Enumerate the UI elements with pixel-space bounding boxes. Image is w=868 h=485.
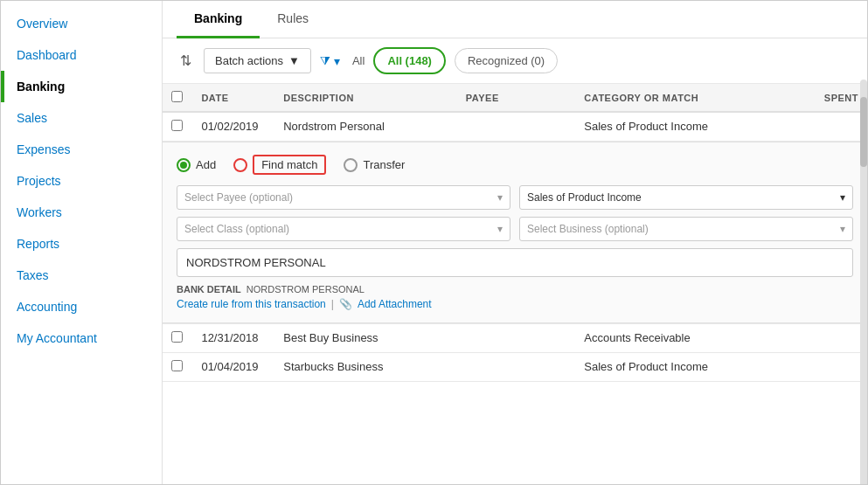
class-dropdown-icon: ▾ bbox=[497, 223, 503, 235]
filter-all-label: All bbox=[352, 54, 365, 67]
class-select[interactable]: Select Class (optional) ▾ bbox=[177, 217, 510, 241]
filter-icon: ⧩ bbox=[320, 53, 330, 68]
category-dropdown-icon: ▾ bbox=[840, 191, 845, 204]
sidebar-item-workers[interactable]: Workers bbox=[1, 197, 162, 228]
filter-button[interactable]: ⧩ ▾ bbox=[320, 53, 340, 68]
row-spent bbox=[795, 324, 867, 353]
batch-actions-button[interactable]: Batch actions ▼ bbox=[204, 48, 311, 73]
add-radio-label: Add bbox=[196, 158, 216, 171]
row-category: Sales of Product Income bbox=[575, 353, 794, 382]
sidebar-item-dashboard[interactable]: Dashboard bbox=[1, 39, 162, 71]
tab-rules[interactable]: Rules bbox=[260, 1, 326, 38]
row-spent bbox=[795, 353, 867, 382]
payee-dropdown-icon: ▾ bbox=[497, 191, 503, 204]
class-business-row: Select Class (optional) ▾ Select Busines… bbox=[177, 217, 853, 241]
business-select[interactable]: Select Business (optional) ▾ bbox=[519, 217, 853, 241]
tab-banking[interactable]: Banking bbox=[177, 1, 260, 38]
recognized-pill-button[interactable]: Recognized (0) bbox=[455, 48, 558, 73]
category-select[interactable]: Sales of Product Income ▾ bbox=[519, 185, 853, 210]
sidebar-item-my-accountant[interactable]: My Accountant bbox=[1, 322, 162, 354]
select-all-checkbox[interactable] bbox=[171, 91, 183, 102]
row-payee bbox=[457, 112, 576, 142]
find-match-radio-circle bbox=[233, 158, 247, 172]
table-row[interactable]: 01/02/2019 Nordstrom Personal Sales of P… bbox=[163, 112, 867, 142]
scrollbar[interactable] bbox=[860, 80, 867, 484]
dropdown-arrow-icon: ▼ bbox=[288, 54, 300, 67]
payee-select[interactable]: Select Payee (optional) ▾ bbox=[177, 185, 510, 210]
all-pill-button[interactable]: All (148) bbox=[373, 47, 446, 74]
row-checkbox[interactable] bbox=[171, 120, 183, 131]
sidebar: Overview Dashboard Banking Sales Expense… bbox=[1, 1, 163, 484]
bank-detail-label: BANK DETAIL NORDSTROM PERSONAL bbox=[177, 284, 853, 294]
payee-category-row: Select Payee (optional) ▾ Sales of Produ… bbox=[177, 185, 853, 210]
spent-column-header: SPENT bbox=[795, 84, 867, 112]
tab-bar: Banking Rules bbox=[163, 1, 867, 38]
sidebar-item-banking[interactable]: Banking bbox=[1, 71, 162, 102]
transactions-table: DATE DESCRIPTION PAYEE CATEGORY OR MATCH bbox=[163, 84, 867, 484]
row-category: Sales of Product Income bbox=[575, 112, 794, 142]
sidebar-item-sales[interactable]: Sales bbox=[1, 102, 162, 134]
attachment-icon: 📎 bbox=[339, 298, 352, 310]
find-match-radio-label: Find match bbox=[253, 155, 326, 175]
add-radio-circle bbox=[177, 158, 191, 172]
row-date: 01/04/2019 bbox=[192, 353, 274, 382]
table-row[interactable]: 12/31/2018 Best Buy Business Accounts Re… bbox=[163, 324, 867, 353]
transfer-radio-option[interactable]: Transfer bbox=[344, 158, 405, 172]
transfer-radio-circle bbox=[344, 158, 358, 172]
main-content: Banking Rules ⇅ Batch actions ▼ ⧩ ▾ All … bbox=[163, 1, 867, 484]
row-category: Accounts Receivable bbox=[575, 324, 794, 353]
scrollbar-thumb[interactable] bbox=[860, 97, 867, 167]
sort-button[interactable]: ⇅ bbox=[177, 49, 195, 73]
date-column-header: DATE bbox=[192, 84, 274, 112]
sidebar-item-accounting[interactable]: Accounting bbox=[1, 291, 162, 322]
payee-column-header: PAYEE bbox=[457, 84, 576, 112]
transaction-type-radio-group: Add Find match Transfer bbox=[177, 155, 853, 175]
bank-links: Create rule from this transaction | 📎 Ad… bbox=[177, 298, 853, 310]
expanded-row: Add Find match Transfer bbox=[163, 142, 867, 324]
memo-input[interactable] bbox=[177, 248, 853, 277]
transfer-radio-label: Transfer bbox=[363, 158, 405, 171]
row-checkbox[interactable] bbox=[171, 360, 183, 371]
table-row[interactable]: 01/04/2019 Starbucks Business Sales of P… bbox=[163, 353, 867, 382]
row-date: 12/31/2018 bbox=[192, 324, 274, 353]
filter-dropdown-icon: ▾ bbox=[334, 54, 340, 68]
sidebar-item-overview[interactable]: Overview bbox=[1, 8, 162, 39]
create-rule-link[interactable]: Create rule from this transaction bbox=[177, 298, 326, 310]
business-dropdown-icon: ▾ bbox=[840, 223, 845, 235]
row-description: Nordstrom Personal bbox=[274, 112, 457, 142]
category-column-header: CATEGORY OR MATCH bbox=[575, 84, 794, 112]
sidebar-item-expenses[interactable]: Expenses bbox=[1, 134, 162, 165]
row-payee bbox=[457, 324, 576, 353]
expanded-form: Add Find match Transfer bbox=[163, 142, 867, 323]
row-description: Starbucks Business bbox=[274, 353, 457, 382]
row-spent bbox=[795, 112, 867, 142]
table-header-row: DATE DESCRIPTION PAYEE CATEGORY OR MATCH bbox=[163, 84, 867, 112]
row-payee bbox=[457, 353, 576, 382]
add-radio-option[interactable]: Add bbox=[177, 158, 216, 172]
sidebar-item-reports[interactable]: Reports bbox=[1, 228, 162, 260]
description-column-header: DESCRIPTION bbox=[274, 84, 457, 112]
find-match-radio-option[interactable]: Find match bbox=[233, 155, 326, 175]
add-attachment-link[interactable]: Add Attachment bbox=[358, 298, 432, 310]
row-checkbox[interactable] bbox=[171, 331, 183, 343]
toolbar: ⇅ Batch actions ▼ ⧩ ▾ All All (148) Reco… bbox=[163, 38, 867, 84]
row-description: Best Buy Business bbox=[274, 324, 457, 353]
sidebar-item-taxes[interactable]: Taxes bbox=[1, 260, 162, 291]
sidebar-item-projects[interactable]: Projects bbox=[1, 165, 162, 197]
row-date: 01/02/2019 bbox=[192, 112, 274, 142]
